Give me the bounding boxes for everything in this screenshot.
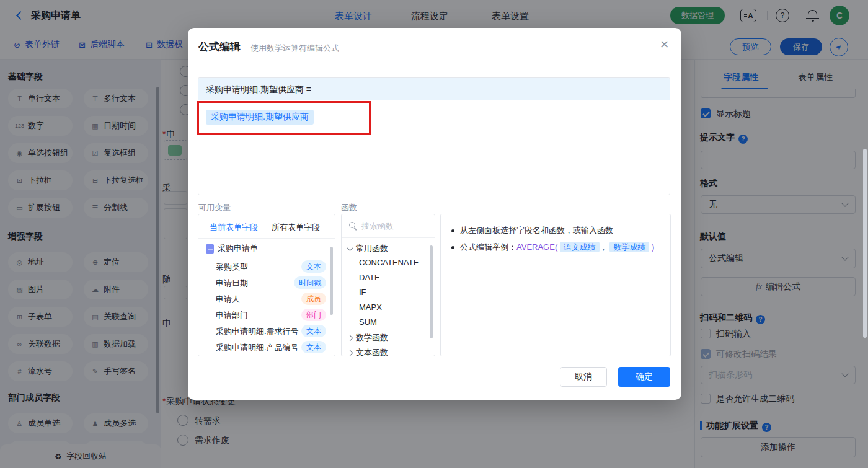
function-name: SUM: [359, 317, 377, 327]
variables-panel: 当前表单字段 所有表单字段 采购申请单 采购类型 文本 申请日期 时间戳 申请人…: [198, 214, 335, 356]
formula-target-bar: 采购申请明细.期望供应商 =: [198, 78, 670, 100]
formula-editor-area[interactable]: 采购申请明细.期望供应商 = 采购申请明细.期望供应商: [198, 77, 670, 195]
tree-field-row[interactable]: 采购申请明细.产品编号: [216, 342, 296, 353]
field-name: 申请日期: [216, 278, 248, 289]
field-name: 申请人: [216, 294, 240, 305]
example-prefix: 公式编辑举例：: [460, 242, 516, 252]
function-group-label: 数学函数: [356, 332, 388, 343]
field-type-badge: 文本: [301, 325, 326, 337]
function-group-common[interactable]: 常用函数: [348, 243, 388, 254]
tree-root-label: 采购申请单: [218, 243, 258, 254]
function-item[interactable]: DATE: [359, 273, 380, 282]
function-group-label: 常用函数: [356, 243, 388, 254]
function-group-text[interactable]: 文本函数: [348, 347, 388, 356]
form-doc-icon: [206, 244, 214, 254]
search-placeholder: 搜索函数: [361, 221, 394, 232]
function-group-label: 文本函数: [356, 347, 388, 356]
bullet-dot: [451, 246, 454, 249]
function-search-box[interactable]: 搜索函数: [342, 214, 435, 238]
functions-label: 函数: [341, 202, 357, 213]
function-name: CONCATENATE: [359, 258, 418, 267]
field-type-badge: 文本: [301, 260, 326, 273]
app-window: 采购申请单 表单设计 流程设定 表单设置 数据管理 A ? C ⊘ 表单外链 ⊠…: [0, 0, 868, 468]
modal-title: 公式编辑: [198, 40, 241, 54]
close-icon[interactable]: ✕: [660, 39, 669, 50]
hint-line-2: 公式编辑举例：AVERAGE( 语文成绩， 数学成绩 ): [460, 242, 654, 253]
variables-label: 可用变量: [198, 202, 231, 213]
chevron-down-icon: [347, 245, 353, 251]
chevron-right-icon: [347, 350, 353, 356]
tab-all-form-fields[interactable]: 所有表单字段: [272, 222, 320, 233]
modal-header-divider: [188, 64, 681, 64]
function-item[interactable]: MAPX: [359, 302, 382, 312]
chevron-right-icon: [347, 335, 353, 341]
function-item[interactable]: CONCATENATE: [359, 258, 418, 267]
formula-editor-modal: 公式编辑 使用数学运算符编辑公式 ✕ 采购申请明细.期望供应商 = 采购申请明细…: [188, 28, 681, 400]
example-field-token: 数学成绩: [609, 242, 649, 252]
function-group-math[interactable]: 数学函数: [348, 332, 388, 343]
hints-panel: 从左侧面板选择字段名和函数，或输入函数 公式编辑举例：AVERAGE( 语文成绩…: [440, 214, 671, 356]
example-field-token: 语文成绩: [560, 242, 600, 252]
field-name: 申请部门: [216, 310, 248, 321]
tree-field-row[interactable]: 申请部门: [216, 310, 248, 321]
example-function: AVERAGE(: [516, 242, 557, 252]
function-name: MAPX: [359, 302, 382, 312]
annotation-highlight-box: [197, 101, 371, 135]
hint-line-1: 从左侧面板选择字段名和函数，或输入函数: [460, 225, 613, 236]
field-name: 采购类型: [216, 262, 248, 273]
modal-subtitle: 使用数学运算符编辑公式: [250, 43, 339, 54]
tree-field-row[interactable]: 采购申请明细.需求行号: [216, 326, 296, 337]
field-type-badge: 时间戳: [294, 276, 326, 289]
example-close-paren: ): [652, 242, 654, 252]
variables-scrollbar[interactable]: [330, 247, 333, 315]
tree-field-row[interactable]: 申请日期: [216, 278, 248, 289]
tree-field-row[interactable]: 申请人: [216, 294, 240, 305]
example-comma: ，: [600, 242, 608, 252]
field-type-badge: 文本: [301, 341, 326, 353]
field-name: 采购申请明细.产品编号: [216, 342, 299, 353]
tree-field-row[interactable]: 采购类型: [216, 262, 248, 273]
tab-current-form-fields[interactable]: 当前表单字段: [210, 222, 258, 233]
cancel-button[interactable]: 取消: [560, 367, 607, 387]
field-name: 采购申请明细.需求行号: [216, 326, 299, 337]
functions-scrollbar[interactable]: [430, 245, 433, 338]
function-item[interactable]: IF: [359, 288, 366, 297]
function-item[interactable]: SUM: [359, 317, 377, 327]
field-type-badge: 成员: [301, 293, 326, 305]
functions-panel: 搜索函数 常用函数 CONCATENATE DATE IF MAPX SUM 数…: [341, 214, 435, 356]
variables-tabs-divider: [198, 238, 335, 239]
tree-root-form[interactable]: 采购申请单: [206, 243, 258, 254]
confirm-button[interactable]: 确定: [618, 367, 670, 387]
function-name: DATE: [359, 273, 380, 282]
window-scrollbar[interactable]: [863, 149, 867, 338]
field-type-badge: 部门: [301, 309, 326, 321]
bullet-dot: [451, 229, 454, 232]
function-name: IF: [359, 288, 366, 297]
search-icon: [349, 222, 357, 230]
